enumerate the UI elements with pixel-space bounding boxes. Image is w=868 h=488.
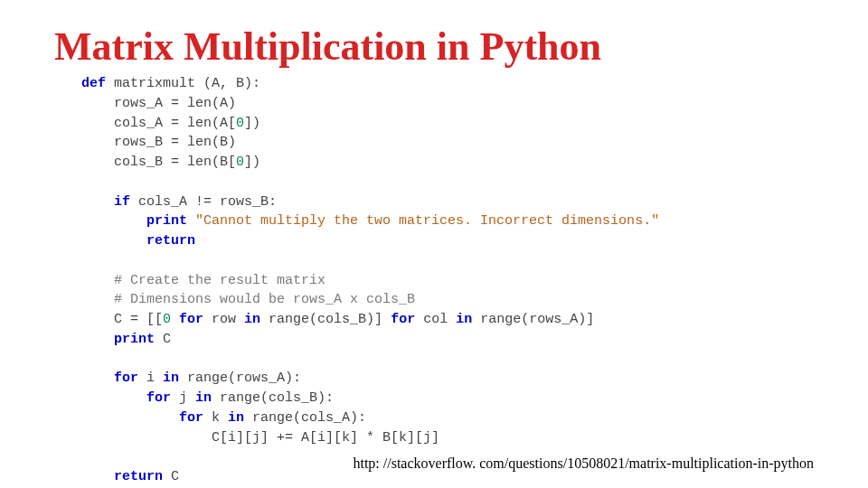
kw-for: for bbox=[81, 390, 171, 406]
num-literal: 0 bbox=[163, 312, 171, 327]
code-text: col bbox=[415, 312, 456, 327]
code-text: ]) bbox=[244, 116, 260, 131]
comment: # Create the result matrix bbox=[81, 273, 326, 288]
slide: Matrix Multiplication in Python def matr… bbox=[0, 0, 868, 488]
num-literal: 0 bbox=[236, 155, 244, 170]
kw-in: in bbox=[163, 371, 179, 386]
code-text: row bbox=[203, 312, 244, 327]
code-text: ]) bbox=[244, 155, 260, 170]
kw-return: return bbox=[81, 469, 163, 484]
slide-title: Matrix Multiplication in Python bbox=[54, 27, 814, 67]
code-text bbox=[171, 312, 179, 327]
kw-in: in bbox=[244, 312, 260, 327]
kw-if: if bbox=[81, 194, 130, 210]
string-literal: "Cannot multiply the two matrices. Incor… bbox=[195, 213, 659, 229]
kw-def: def bbox=[81, 76, 106, 91]
code-text: range(rows_A)] bbox=[472, 312, 594, 327]
kw-for: for bbox=[81, 410, 203, 426]
kw-in: in bbox=[195, 390, 212, 406]
code-text: range(cols_B)] bbox=[260, 312, 391, 327]
kw-return: return bbox=[81, 233, 195, 249]
kw-for: for bbox=[179, 312, 203, 327]
kw-for: for bbox=[391, 312, 415, 327]
code-text: rows_A = len(A) bbox=[81, 96, 236, 111]
code-text: cols_A = len(A[ bbox=[81, 116, 236, 131]
code-text: rows_B = len(B) bbox=[81, 135, 236, 150]
num-literal: 0 bbox=[236, 116, 244, 131]
code-text: C = [[ bbox=[81, 312, 163, 327]
code-text: k bbox=[203, 410, 228, 426]
code-text: i bbox=[138, 371, 163, 386]
kw-for: for bbox=[81, 371, 138, 386]
kw-print: print bbox=[81, 213, 187, 229]
code-text: range(rows_A): bbox=[179, 371, 301, 386]
code-text: range(cols_B): bbox=[212, 390, 334, 406]
code-text: matrixmult (A, B): bbox=[106, 76, 260, 91]
kw-in: in bbox=[456, 312, 472, 327]
code-text: j bbox=[171, 390, 195, 406]
kw-print: print bbox=[81, 332, 155, 347]
code-text bbox=[187, 213, 195, 229]
code-text: cols_A != rows_B: bbox=[130, 194, 277, 210]
source-url: http: //stackoverflow. com/questions/105… bbox=[353, 455, 814, 472]
code-text: cols_B = len(B[ bbox=[81, 155, 236, 170]
kw-in: in bbox=[228, 410, 244, 426]
code-block: def matrixmult (A, B): rows_A = len(A) c… bbox=[81, 74, 814, 487]
code-text: C[i][j] += A[i][k] * B[k][j] bbox=[81, 430, 439, 446]
code-text: C bbox=[163, 469, 179, 484]
code-text: C bbox=[155, 332, 171, 347]
comment: # Dimensions would be rows_A x cols_B bbox=[81, 292, 415, 307]
code-text: range(cols_A): bbox=[244, 410, 366, 426]
